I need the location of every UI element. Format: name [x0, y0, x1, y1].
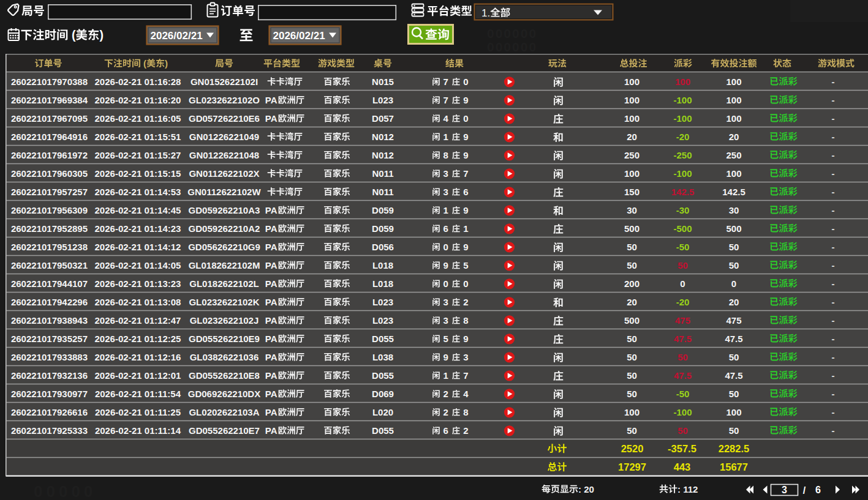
svg-text:2282.5: 2282.5	[719, 443, 749, 454]
svg-text:50: 50	[729, 352, 739, 362]
svg-text:PA: PA	[265, 260, 277, 271]
svg-text:-: -	[832, 334, 835, 344]
svg-text:30: 30	[729, 205, 739, 215]
svg-text:GD057262210E6: GD057262210E6	[189, 113, 260, 124]
svg-text:2026-02-21 01:14:53: 2026-02-21 01:14:53	[95, 187, 181, 197]
svg-text:4: 4	[443, 113, 449, 124]
svg-text:50: 50	[627, 370, 637, 381]
svg-text:-: -	[832, 370, 835, 381]
svg-text:GL0182622102L: GL0182622102L	[189, 278, 259, 289]
svg-text:15677: 15677	[720, 461, 748, 472]
svg-text:L018: L018	[372, 278, 393, 289]
svg-text:142.5: 142.5	[722, 187, 745, 197]
svg-text:8: 8	[443, 150, 448, 160]
svg-text:-357.5: -357.5	[668, 443, 696, 454]
svg-text:100: 100	[675, 76, 690, 87]
svg-text:500: 500	[624, 315, 640, 326]
svg-text:PA: PA	[265, 278, 277, 289]
svg-text:0: 0	[680, 278, 685, 289]
svg-text:2: 2	[443, 407, 448, 417]
svg-text:PA: PA	[265, 407, 277, 417]
svg-text:2026-02-21 01:16:05: 2026-02-21 01:16:05	[95, 113, 181, 124]
svg-text:6: 6	[443, 223, 448, 234]
svg-text:GL0232622102J: GL0232622102J	[190, 315, 259, 326]
svg-text:D057: D057	[372, 113, 394, 124]
svg-text:GD055262210E9: GD055262210E9	[189, 334, 260, 344]
svg-text:1: 1	[443, 370, 448, 381]
svg-text:9: 9	[463, 150, 468, 160]
svg-text:-: -	[832, 168, 835, 179]
svg-text:0: 0	[443, 242, 448, 252]
svg-text:47.5: 47.5	[674, 370, 692, 381]
svg-text:47.5: 47.5	[725, 370, 742, 381]
svg-text:142.5: 142.5	[671, 187, 695, 197]
svg-text:260221017961972: 260221017961972	[11, 150, 88, 160]
svg-text:260221017969384: 260221017969384	[11, 95, 88, 105]
svg-text:250: 250	[726, 150, 741, 160]
svg-text:100: 100	[726, 168, 741, 179]
svg-text:260221017930977: 260221017930977	[11, 389, 88, 399]
svg-text:/: /	[803, 485, 806, 496]
svg-text:D069: D069	[372, 389, 394, 399]
svg-text:9: 9	[463, 242, 468, 252]
svg-text:50: 50	[627, 352, 637, 362]
svg-text:-: -	[832, 297, 835, 307]
svg-text:2026-02-21 01:12:16: 2026-02-21 01:12:16	[95, 352, 181, 362]
svg-text:260221017942296: 260221017942296	[11, 297, 88, 307]
svg-text:GN01226221049: GN01226221049	[189, 132, 259, 142]
svg-text:2026-02-21 01:16:28: 2026-02-21 01:16:28	[95, 76, 181, 87]
svg-text:260221017933883: 260221017933883	[11, 352, 88, 362]
svg-text:260221017952895: 260221017952895	[11, 223, 88, 234]
svg-text:GL0182622102M: GL0182622102M	[189, 260, 260, 271]
svg-text:-30: -30	[676, 205, 690, 215]
svg-text:3: 3	[443, 297, 448, 307]
svg-text:50: 50	[729, 389, 739, 399]
svg-text:100: 100	[726, 113, 741, 124]
svg-text:200: 200	[624, 278, 640, 289]
svg-text:2026-02-21 01:15:51: 2026-02-21 01:15:51	[95, 132, 181, 142]
svg-text:-: -	[832, 242, 835, 252]
svg-text:9: 9	[463, 132, 468, 142]
svg-text:112: 112	[683, 484, 698, 494]
svg-text:2026-02-21 01:13:08: 2026-02-21 01:13:08	[95, 297, 181, 307]
svg-text:GL0232622102O: GL0232622102O	[189, 95, 260, 105]
svg-text:9: 9	[463, 95, 468, 105]
svg-text:3: 3	[443, 315, 448, 326]
svg-text:260221017925333: 260221017925333	[11, 425, 88, 436]
svg-text:260221017956309: 260221017956309	[11, 205, 88, 215]
svg-text:0: 0	[731, 278, 736, 289]
svg-text:100: 100	[624, 407, 640, 417]
svg-text:-: -	[832, 132, 835, 142]
svg-text:2: 2	[463, 425, 468, 436]
svg-text:0: 0	[463, 76, 468, 87]
svg-text:-: -	[832, 278, 835, 289]
svg-text:GD059262210A2: GD059262210A2	[189, 223, 260, 234]
svg-text:L020: L020	[372, 407, 393, 417]
svg-text:0: 0	[463, 278, 468, 289]
svg-text:-: -	[832, 150, 835, 160]
svg-text:2026-02-21 01:14:05: 2026-02-21 01:14:05	[95, 260, 181, 271]
svg-text:GD059262210A3: GD059262210A3	[189, 205, 260, 215]
svg-text:D056: D056	[372, 242, 394, 252]
svg-text:2026-02-21 01:16:20: 2026-02-21 01:16:20	[95, 95, 181, 105]
svg-text:7: 7	[443, 76, 448, 87]
svg-text:-500: -500	[673, 223, 692, 234]
svg-text:1: 1	[443, 132, 448, 142]
svg-text:50: 50	[729, 260, 739, 271]
svg-text:GD055262210E7: GD055262210E7	[189, 425, 260, 436]
svg-text:20: 20	[627, 297, 637, 307]
svg-text:-100: -100	[673, 113, 692, 124]
svg-text:2026-02-21 01:15:15: 2026-02-21 01:15:15	[95, 168, 181, 179]
svg-text:100: 100	[726, 95, 741, 105]
svg-text:2026-02-21 01:12:01: 2026-02-21 01:12:01	[95, 370, 181, 381]
svg-text:GN0112622102X: GN0112622102X	[189, 168, 259, 179]
svg-text:D059: D059	[372, 205, 394, 215]
svg-text:260221017951238: 260221017951238	[11, 242, 88, 252]
svg-text:GN0112622102W: GN0112622102W	[187, 187, 261, 197]
svg-text:260221017967095: 260221017967095	[11, 113, 88, 124]
svg-text:PA: PA	[265, 223, 277, 234]
svg-text:-100: -100	[673, 168, 692, 179]
svg-text:PA: PA	[265, 334, 277, 344]
svg-text:475: 475	[675, 315, 690, 326]
svg-text:L023: L023	[372, 297, 393, 307]
